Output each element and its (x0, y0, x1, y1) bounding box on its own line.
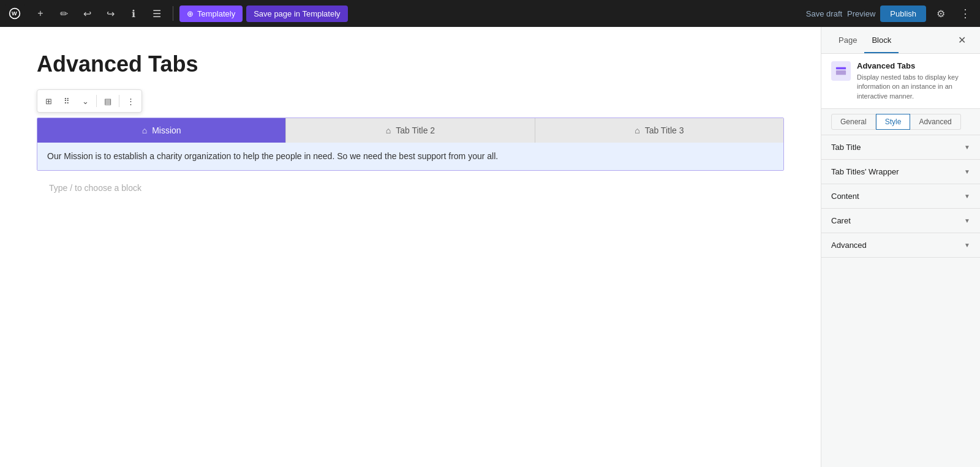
right-panel: Page Block ✕ Advanced Tabs Display neste… (821, 27, 980, 467)
panel-header: Page Block ✕ (821, 27, 980, 54)
home-icon: ⌂ (142, 125, 147, 135)
svg-rect-3 (836, 70, 846, 75)
page-title: Advanced Tabs (37, 51, 784, 77)
accordion-caret: Caret ▼ (821, 209, 980, 233)
accordion-label-caret: Caret (831, 216, 851, 225)
style-tab-style[interactable]: Style (876, 114, 911, 130)
toolbar-right: Save draft Preview Publish ⚙ ⋮ (806, 4, 975, 23)
drag-handle[interactable]: ⠿ (58, 92, 75, 110)
align-icon: ▤ (104, 97, 111, 106)
accordion-tab-title: Tab Title ▼ (821, 135, 980, 160)
tab-page[interactable]: Page (831, 28, 864, 53)
move-up-down-button[interactable]: ⌄ (77, 92, 94, 110)
chevron-down-icon-4: ▼ (964, 217, 970, 224)
tab-title-3[interactable]: ⌂ Tab Title 3 (535, 118, 783, 143)
type-hint: Type / to choose a block (37, 171, 784, 205)
more-icon: ⋮ (127, 97, 135, 106)
main-area: Advanced Tabs ⊞ ⠿ ⌄ ▤ ⋮ (0, 27, 980, 467)
block-type-button[interactable]: ⊞ (40, 92, 57, 110)
save-draft-button[interactable]: Save draft (806, 9, 842, 18)
block-more-button[interactable]: ⋮ (122, 92, 139, 110)
dots-icon: ⠿ (64, 97, 70, 106)
editor-area: Advanced Tabs ⊞ ⠿ ⌄ ▤ ⋮ (0, 27, 821, 467)
home-icon-2: ⌂ (386, 125, 391, 135)
accordion-header-tab-titles-wrapper[interactable]: Tab Titles' Wrapper ▼ (821, 160, 980, 184)
details-button[interactable]: ℹ (124, 4, 143, 23)
style-tab-advanced[interactable]: Advanced (910, 114, 960, 130)
svg-text:W: W (12, 10, 17, 17)
top-toolbar: W + ✏ ↩ ↪ ℹ ☰ ⊕ Templately Save page in … (0, 0, 980, 27)
tab-title-2[interactable]: ⌂ Tab Title 2 (285, 118, 534, 143)
undo-button[interactable]: ↩ (77, 4, 97, 23)
preview-button[interactable]: Preview (847, 9, 875, 18)
svg-rect-2 (836, 67, 846, 70)
tabs-nav: ⌂ Mission ⌂ Tab Title 2 ⌂ Tab Title 3 (37, 118, 783, 143)
templately-icon: ⊕ (187, 9, 194, 18)
tab-label-3: Tab Title 3 (645, 125, 684, 135)
block-info: Advanced Tabs Display nested tabs to dis… (821, 54, 980, 109)
tab-label-2: Tab Title 2 (396, 125, 435, 135)
accordion-header-caret[interactable]: Caret ▼ (821, 209, 980, 233)
more-options-button[interactable]: ⋮ (956, 4, 975, 23)
accordion-label-tab-titles-wrapper: Tab Titles' Wrapper (831, 167, 899, 176)
settings-button[interactable]: ⚙ (931, 4, 951, 23)
block-info-text: Advanced Tabs Display nested tabs to dis… (857, 61, 970, 101)
wp-logo: W (5, 4, 24, 23)
advanced-tabs-block: ⌂ Mission ⌂ Tab Title 2 ⌂ Tab Title 3 Ou… (37, 118, 784, 171)
style-tab-general[interactable]: General (831, 114, 876, 130)
toolbar-sep (96, 95, 97, 107)
block-icon-container (831, 61, 851, 81)
tab-label-1: Mission (152, 125, 181, 135)
chevron-down-icon-5: ▼ (964, 242, 970, 248)
accordion-advanced: Advanced ▼ (821, 233, 980, 258)
accordion-label-content: Content (831, 192, 859, 201)
accordion-label-advanced: Advanced (831, 241, 867, 250)
chevron-down-icon-2: ▼ (964, 168, 970, 175)
accordion-label-tab-title: Tab Title (831, 143, 861, 152)
add-block-button[interactable]: + (31, 4, 50, 23)
redo-button[interactable]: ↪ (100, 4, 120, 23)
panel-tabs: Page Block (831, 28, 899, 53)
accordion-header-advanced[interactable]: Advanced ▼ (821, 233, 980, 257)
advanced-tabs-icon (835, 65, 846, 77)
accordion-content: Content ▼ (821, 184, 980, 209)
tab-mission[interactable]: ⌂ Mission (37, 118, 285, 143)
grid-icon: ⊞ (45, 97, 52, 106)
block-description: Display nested tabs to display key infor… (857, 73, 970, 101)
tools-button[interactable]: ✏ (54, 4, 74, 23)
accordion-header-content[interactable]: Content ▼ (821, 184, 980, 208)
block-toolbar: ⊞ ⠿ ⌄ ▤ ⋮ (37, 89, 142, 113)
tab-block[interactable]: Block (864, 28, 899, 53)
list-view-button[interactable]: ☰ (147, 4, 167, 23)
chevron-down-icon-3: ▼ (964, 193, 970, 200)
accordion-tab-titles-wrapper: Tab Titles' Wrapper ▼ (821, 160, 980, 184)
close-panel-button[interactable]: ✕ (953, 32, 970, 49)
templately-button[interactable]: ⊕ Templately (179, 6, 243, 22)
templately-label: Templately (197, 9, 235, 18)
toolbar-sep-2 (119, 95, 119, 107)
chevron-down-icon-1: ▼ (964, 144, 970, 151)
toolbar-divider-1 (173, 6, 173, 21)
tab-content: Our Mission is to establish a charity or… (37, 143, 783, 170)
home-icon-3: ⌂ (635, 125, 639, 135)
block-name: Advanced Tabs (857, 61, 970, 70)
chevron-icon: ⌄ (82, 97, 89, 106)
style-tabs-container: General Style Advanced (821, 109, 980, 135)
save-page-templately-button[interactable]: Save page in Templately (246, 6, 347, 22)
align-button[interactable]: ▤ (99, 92, 116, 110)
publish-button[interactable]: Publish (880, 6, 926, 22)
accordion-header-tab-title[interactable]: Tab Title ▼ (821, 135, 980, 159)
